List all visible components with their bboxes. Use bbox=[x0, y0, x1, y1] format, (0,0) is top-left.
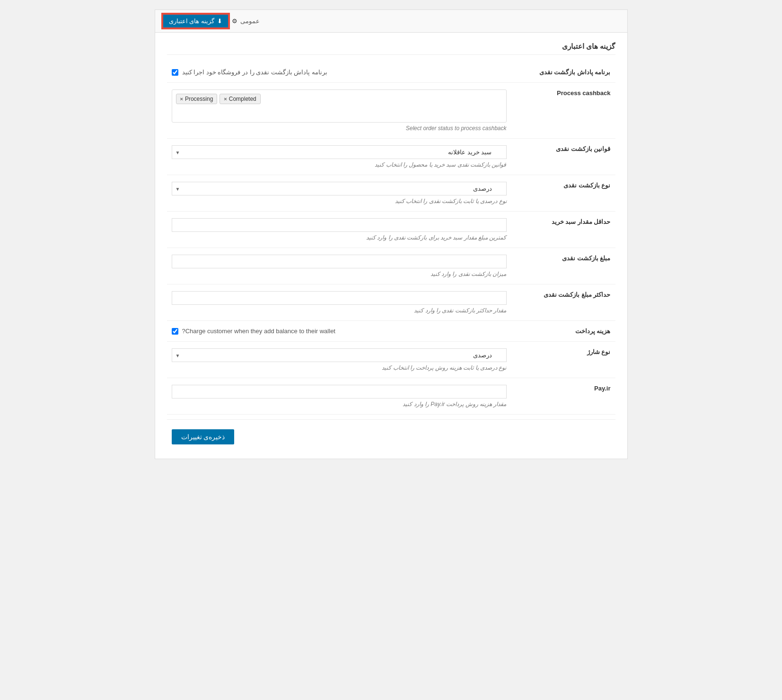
min-purchase-help: کمترین مبلغ مقدار سبد خرید برای بازکشت ن… bbox=[172, 234, 507, 241]
charge-type-label: نوع شارژ bbox=[511, 342, 615, 378]
cashback-type-help: نوع درصدی یا ثابت بازکشت نقدی را انتخاب … bbox=[172, 198, 507, 204]
pay-ir-cell: مقدار هزینه روش پرداخت Pay.ir را وارد کن… bbox=[167, 378, 511, 415]
tag-completed-remove[interactable]: × bbox=[224, 96, 227, 102]
process-cashback-label: Process cashback bbox=[511, 83, 615, 139]
min-purchase-input[interactable] bbox=[172, 218, 507, 232]
pay-ir-label: Pay.ir bbox=[511, 378, 615, 415]
cashback-program-checkbox-label: برنامه پاداش بازگشت نقدی را در فروشگاه خ… bbox=[182, 69, 328, 76]
cashback-rules-label: قوانین بازکشت نقدی bbox=[511, 139, 615, 175]
tag-processing-remove[interactable]: × bbox=[180, 96, 183, 102]
cashback-program-toggle-wrap: برنامه پاداش بازگشت نقدی را در فروشگاه خ… bbox=[172, 69, 507, 76]
charge-type-cell: درصدی ▼ نوع درصدی یا ثابت هزینه روش پردا… bbox=[167, 342, 511, 378]
charge-type-help: نوع درصدی یا ثابت هزینه روش پرداخت را ان… bbox=[172, 364, 507, 371]
payment-fee-label: هزینه پرداخت bbox=[511, 321, 615, 342]
payment-fee-checkbox[interactable] bbox=[172, 328, 178, 335]
cashback-type-select[interactable]: درصدی bbox=[172, 182, 507, 195]
active-tab-button[interactable]: ⬇ گزینه های اعتباری bbox=[162, 14, 229, 28]
cashback-type-label: نوع بازکشت نقدی bbox=[511, 175, 615, 212]
cashback-amount-cell: میزان بازکشت نقدی را وارد کنید bbox=[167, 248, 511, 284]
pay-ir-row: Pay.ir مقدار هزینه روش پرداخت Pay.ir را … bbox=[167, 378, 615, 415]
cashback-rules-cell: سبد خرید عاقلانه ▼ قوانین بازکشت نقدی سب… bbox=[167, 139, 511, 175]
min-purchase-label: حداقل مقدار سبد خرید bbox=[511, 212, 615, 248]
cashback-type-row: نوع بازکشت نقدی درصدی ▼ نوع درصدی یا ثاب… bbox=[167, 175, 615, 212]
payment-fee-row: هزینه پرداخت Charge customer when they a… bbox=[167, 321, 615, 342]
tag-processing: Processing × bbox=[176, 94, 218, 104]
save-btn-wrap: ذخیره‌ی تغییرات bbox=[167, 419, 615, 449]
content-area: گزینه های اعتباری برنامه پاداش بازگشت نق… bbox=[155, 33, 627, 459]
section-title: گزینه های اعتباری bbox=[167, 42, 615, 55]
max-cashback-label: حداکثر مبلغ بازکشت نقدی bbox=[511, 284, 615, 321]
cashback-rules-select-wrap: سبد خرید عاقلانه ▼ bbox=[172, 145, 507, 159]
cashback-amount-help: میزان بازکشت نقدی را وارد کنید bbox=[172, 271, 507, 277]
charge-type-select-wrap: درصدی ▼ bbox=[172, 348, 507, 362]
tag-completed-text: Completed bbox=[229, 96, 256, 102]
cashback-type-select-wrap: درصدی ▼ bbox=[172, 182, 507, 195]
cashback-program-row: برنامه پاداش بازگشت نقدی برنامه پاداش با… bbox=[167, 62, 615, 83]
pay-ir-input[interactable] bbox=[172, 385, 507, 399]
general-tab-label: عمومی bbox=[240, 18, 260, 25]
process-cashback-cell: Completed × Processing × Select order st… bbox=[167, 83, 511, 139]
max-cashback-cell: مقدار حداکثر بازکشت نقدی را وارد کنید bbox=[167, 284, 511, 321]
cashback-amount-row: مبلغ بازکشت نقدی میزان بازکشت نقدی را وا… bbox=[167, 248, 615, 284]
payment-fee-cell: Charge customer when they add balance to… bbox=[167, 321, 511, 342]
payment-fee-checkbox-label: Charge customer when they add balance to… bbox=[182, 328, 335, 335]
main-content: گزینه های اعتباری برنامه پاداش بازگشت نق… bbox=[155, 33, 627, 459]
top-bar: عمومی ⚙ ⬇ گزینه های اعتباری bbox=[155, 10, 627, 33]
charge-row: Charge customer when they add balance to… bbox=[172, 328, 507, 335]
pay-ir-help: مقدار هزینه روش پرداخت Pay.ir را وارد کن… bbox=[172, 401, 507, 408]
max-cashback-input[interactable] bbox=[172, 291, 507, 305]
max-cashback-help: مقدار حداکثر بازکشت نقدی را وارد کنید bbox=[172, 307, 507, 314]
cashback-rules-row: قوانین بازکشت نقدی سبد خرید عاقلانه ▼ قو… bbox=[167, 139, 615, 175]
process-cashback-row: Process cashback Completed × Processing … bbox=[167, 83, 615, 139]
min-purchase-row: حداقل مقدار سبد خرید کمترین مبلغ مقدار س… bbox=[167, 212, 615, 248]
cashback-type-cell: درصدی ▼ نوع درصدی یا ثابت بازکشت نقدی را… bbox=[167, 175, 511, 212]
cashback-rules-select[interactable]: سبد خرید عاقلانه bbox=[172, 145, 507, 159]
tags-container: Completed × Processing × bbox=[172, 89, 507, 123]
active-tab-label: گزینه های اعتباری bbox=[169, 18, 214, 25]
charge-type-row: نوع شارژ درصدی ▼ نوع درصدی یا ثابت هزینه… bbox=[167, 342, 615, 378]
download-icon: ⬇ bbox=[217, 18, 222, 25]
process-cashback-help: Select order status to process cashback bbox=[172, 125, 507, 132]
tag-processing-text: Processing bbox=[185, 96, 213, 102]
cashback-amount-label: مبلغ بازکشت نقدی bbox=[511, 248, 615, 284]
cashback-program-label: برنامه پاداش بازگشت نقدی bbox=[511, 62, 615, 83]
save-button[interactable]: ذخیره‌ی تغییرات bbox=[172, 429, 235, 444]
gear-icon: ⚙ bbox=[232, 18, 237, 25]
charge-type-select[interactable]: درصدی bbox=[172, 348, 507, 362]
cashback-program-checkbox[interactable] bbox=[172, 69, 178, 76]
max-cashback-row: حداکثر مبلغ بازکشت نقدی مقدار حداکثر باز… bbox=[167, 284, 615, 321]
cashback-program-cell: برنامه پاداش بازگشت نقدی را در فروشگاه خ… bbox=[167, 62, 511, 83]
form-table: برنامه پاداش بازگشت نقدی برنامه پاداش با… bbox=[167, 62, 615, 415]
min-purchase-cell: کمترین مبلغ مقدار سبد خرید برای بازکشت ن… bbox=[167, 212, 511, 248]
cashback-rules-help: قوانین بازکشت نقدی سبد خرید یا محصول را … bbox=[172, 161, 507, 168]
cashback-amount-input[interactable] bbox=[172, 255, 507, 268]
tag-completed: Completed × bbox=[220, 94, 260, 104]
